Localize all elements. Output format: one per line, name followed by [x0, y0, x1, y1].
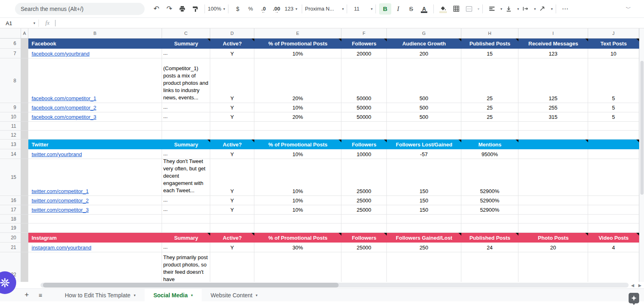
cell-B9[interactable]: facebook.com/competitor_2 — [28, 103, 162, 112]
cell-H17[interactable]: 52900% — [461, 205, 518, 215]
cell-I13[interactable] — [518, 140, 588, 149]
cell-G15[interactable]: 150 — [387, 159, 461, 196]
cell-F18[interactable] — [341, 215, 387, 223]
vertical-align-caret[interactable]: ▾ — [517, 7, 519, 11]
cell-H21[interactable]: 24 — [461, 243, 518, 252]
horizontal-scrollbar-thumb[interactable] — [43, 283, 339, 288]
cell-A14[interactable] — [21, 149, 28, 159]
name-box[interactable]: A1▾ — [0, 20, 38, 26]
cell-J7[interactable]: 10 — [588, 49, 639, 58]
cell-H18[interactable] — [461, 215, 518, 223]
cell-E7[interactable]: 10% — [254, 49, 341, 58]
cell-B17[interactable]: twitter.com/competitor_3 — [28, 205, 162, 215]
cell-D13[interactable]: Active? — [210, 140, 254, 149]
formula-input-cursor[interactable] — [55, 20, 55, 26]
cell-I11[interactable] — [518, 122, 588, 131]
cell-B18[interactable] — [28, 215, 162, 223]
cell-I8[interactable]: 125 — [518, 58, 588, 103]
cell-J15[interactable] — [588, 159, 639, 196]
cell-hyperlink[interactable]: facebook.com/competitor_1 — [28, 95, 96, 101]
vertical-scrollbar[interactable] — [639, 28, 644, 282]
cell-A13[interactable] — [21, 140, 28, 149]
cell-G19[interactable] — [387, 223, 461, 233]
cell-I18[interactable] — [518, 215, 588, 223]
cell-A7[interactable] — [21, 49, 28, 58]
row-header-16[interactable]: 16 — [0, 196, 21, 205]
cell-E22[interactable] — [254, 252, 341, 282]
column-header-B[interactable]: B — [28, 28, 162, 39]
cell-H13[interactable]: Mentions — [461, 140, 518, 149]
cell-E11[interactable] — [254, 122, 341, 131]
row-header-6[interactable]: 6 — [0, 39, 21, 49]
decrease-decimal-icon[interactable]: .0← — [258, 3, 270, 15]
cell-J22[interactable] — [588, 252, 639, 282]
cell-G9[interactable]: 500 — [387, 103, 461, 112]
text-rotation-icon[interactable] — [536, 3, 548, 15]
cell-F13[interactable]: Followers — [341, 140, 387, 149]
cell-hyperlink[interactable]: instagram.com/yourbrand — [28, 245, 91, 251]
cell-B6[interactable]: Facebook — [28, 39, 162, 49]
cell-B21[interactable]: instagram.com/yourbrand — [28, 243, 162, 252]
cell-C10[interactable]: ... — [162, 112, 210, 122]
cell-B20[interactable]: Instagram — [28, 233, 162, 243]
scroll-left-arrow-icon[interactable]: ◀ — [631, 283, 634, 288]
explore-button[interactable] — [629, 293, 639, 303]
cell-C12[interactable] — [162, 131, 210, 140]
cell-D17[interactable]: Y — [210, 205, 254, 215]
column-header-J[interactable]: J — [588, 28, 639, 39]
cell-J13[interactable] — [588, 140, 639, 149]
cell-B16[interactable]: twitter.com/competitor_2 — [28, 196, 162, 205]
cell-J11[interactable] — [588, 122, 639, 131]
cell-C6[interactable]: Summary — [162, 39, 210, 49]
cell-hyperlink[interactable]: facebook.com/yourbrand — [28, 51, 90, 57]
cell-F16[interactable]: 25000 — [341, 196, 387, 205]
cell-C22[interactable]: They primarily post product photos, so t… — [162, 252, 210, 282]
hide-menus-chevron-icon[interactable]: ﹀ — [626, 5, 631, 12]
cell-H8[interactable]: 25 — [461, 58, 518, 103]
text-wrap-caret[interactable]: ▾ — [534, 7, 536, 11]
cell-D18[interactable] — [210, 215, 254, 223]
row-header-8[interactable]: 8 — [0, 58, 21, 103]
cell-G14[interactable]: -57 — [387, 149, 461, 159]
cell-B13[interactable]: Twitter — [28, 140, 162, 149]
cell-I15[interactable] — [518, 159, 588, 196]
scroll-right-arrow-icon[interactable]: ▶ — [638, 283, 642, 288]
cell-J14[interactable] — [588, 149, 639, 159]
cell-B7[interactable]: facebook.com/yourbrand — [28, 49, 162, 58]
cell-D21[interactable]: Y — [210, 243, 254, 252]
row-header-19[interactable]: 19 — [0, 223, 21, 233]
merge-cells-caret[interactable]: ▾ — [478, 7, 480, 11]
cell-D11[interactable] — [210, 122, 254, 131]
increase-decimal-icon[interactable]: .00→ — [271, 3, 283, 15]
cell-C13[interactable]: Summary — [162, 140, 210, 149]
cell-J16[interactable] — [588, 196, 639, 205]
row-header-11[interactable]: 11 — [0, 122, 21, 131]
cell-E18[interactable] — [254, 215, 341, 223]
column-header-C[interactable]: C — [162, 28, 210, 39]
cell-I21[interactable]: 20 — [518, 243, 588, 252]
cell-I20[interactable]: Photo Posts — [518, 233, 588, 243]
cell-H22[interactable] — [461, 252, 518, 282]
column-header-I[interactable]: I — [518, 28, 588, 39]
cell-I16[interactable] — [518, 196, 588, 205]
cell-E9[interactable]: 10% — [254, 103, 341, 112]
cell-E20[interactable]: % of Promotional Posts — [254, 233, 341, 243]
cell-E15[interactable]: 10% — [254, 159, 341, 196]
cell-F7[interactable]: 20000 — [341, 49, 387, 58]
cell-B15[interactable]: twitter.com/competitor_1 — [28, 159, 162, 196]
cell-G10[interactable]: 500 — [387, 112, 461, 122]
cell-J9[interactable]: 5 — [588, 103, 639, 112]
column-header-D[interactable]: D — [210, 28, 254, 39]
cell-F20[interactable]: Followers — [341, 233, 387, 243]
cell-hyperlink[interactable]: twitter.com/competitor_1 — [28, 188, 89, 194]
row-header-17[interactable]: 17 — [0, 205, 21, 215]
column-header-E[interactable]: E — [254, 28, 341, 39]
text-color-button[interactable]: A — [418, 3, 430, 15]
cell-H6[interactable]: Published Posts — [461, 39, 518, 49]
cell-D8[interactable]: Y — [210, 58, 254, 103]
cell-I6[interactable]: Received Messages — [518, 39, 588, 49]
cell-I12[interactable] — [518, 131, 588, 140]
cell-C11[interactable] — [162, 122, 210, 131]
row-header-9[interactable]: 9 — [0, 103, 21, 112]
cell-I9[interactable]: 255 — [518, 103, 588, 112]
